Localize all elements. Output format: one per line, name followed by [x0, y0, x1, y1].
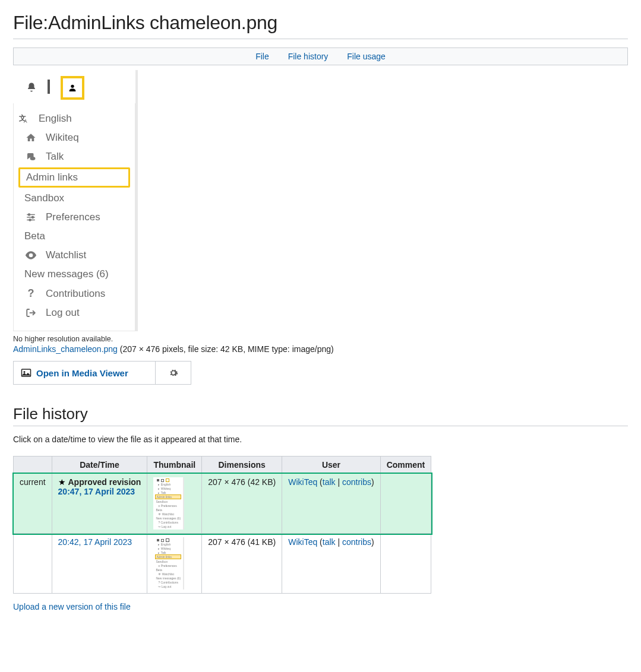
sliders-icon [24, 212, 37, 223]
menu-item-label: Talk [46, 151, 64, 163]
user-contribs-link[interactable]: contribs [342, 537, 371, 547]
comment-cell [380, 474, 431, 534]
home-icon [24, 132, 37, 143]
open-media-viewer-button[interactable]: Open in Media Viewer [14, 362, 155, 384]
datetime-cell: 20:42, 17 April 2023 [52, 534, 147, 594]
svg-text:A: A [24, 118, 27, 124]
user-cell: WikiTeq (talk | contribs) [282, 534, 381, 594]
user-cell: WikiTeq (talk | contribs) [282, 474, 381, 534]
thumbnail-cell[interactable]: ▸ English ▸ Wikiteq ▸ Talk Admin links S… [147, 474, 202, 534]
image-icon [21, 367, 31, 378]
col-comment: Comment [380, 457, 431, 474]
col-dimensions: Dimensions [202, 457, 282, 474]
current-cell: current [14, 474, 52, 534]
language-icon: 文A [17, 113, 30, 125]
user-talk-link[interactable]: talk [323, 537, 336, 547]
menu-item-label: Preferences [46, 211, 100, 223]
toc-usage-link[interactable]: File usage [347, 52, 386, 61]
file-info: AdminLinks_chameleon.png (207 × 476 pixe… [13, 344, 628, 354]
original-file-link[interactable]: AdminLinks_chameleon.png [13, 344, 118, 354]
toc-box: File File history File usage [13, 47, 628, 65]
menu-item-admin-links-highlighted: Admin links [18, 167, 130, 188]
col-datetime: Date/Time [52, 457, 147, 474]
svg-point-3 [30, 157, 36, 160]
thumbnail-image: ▸ English ▸ Wikiteq ▸ Talk Admin links S… [153, 537, 184, 589]
media-viewer-box: Open in Media Viewer [13, 361, 191, 385]
menu-item-label: Contributions [46, 288, 105, 300]
media-viewer-settings-button[interactable] [155, 362, 191, 384]
toc-history-link[interactable]: File history [288, 52, 329, 61]
current-cell [14, 534, 52, 594]
svg-point-0 [71, 85, 74, 88]
col-thumbnail: Thumbnail [147, 457, 202, 474]
file-history-hint: Click on a date/time to view the file as… [13, 435, 628, 444]
gear-icon [169, 368, 178, 378]
menu-item-label: Beta [24, 230, 45, 242]
upload-new-version-link[interactable]: Upload a new version of this file [13, 602, 131, 611]
menu-item-label: New messages (6) [24, 268, 109, 280]
user-link[interactable]: WikiTeq [288, 477, 317, 487]
comment-cell [380, 534, 431, 594]
col-blank [14, 457, 52, 474]
svg-point-8 [32, 217, 34, 218]
thumbnail-image: ▸ English ▸ Wikiteq ▸ Talk Admin links S… [153, 477, 184, 530]
thumbnail-cell[interactable]: ▸ English ▸ Wikiteq ▸ Talk Admin links S… [147, 534, 202, 594]
file-history-heading: File history [13, 405, 628, 423]
table-row: 20:42, 17 April 2023 ▸ English ▸ Wikiteq… [14, 534, 431, 594]
svg-point-10 [30, 254, 31, 256]
user-menu-panel: 文A English Wikiteq Talk Admin links Sand… [13, 103, 135, 331]
revision-datetime-link[interactable]: 20:47, 17 April 2023 [58, 487, 135, 496]
question-icon: ? [24, 287, 37, 300]
menu-item-label: Log out [46, 307, 80, 319]
user-contribs-link[interactable]: contribs [342, 477, 371, 487]
datetime-cell: ★ Approved revision 20:47, 17 April 2023 [52, 474, 147, 534]
title-divider [13, 39, 628, 39]
file-history-table: Date/Time Thumbnail Dimensions User Comm… [13, 456, 431, 594]
user-talk-link[interactable]: talk [323, 477, 336, 487]
svg-point-9 [29, 219, 31, 221]
menu-item-label: Wikiteq [46, 132, 79, 144]
table-row: current ★ Approved revision 20:47, 17 Ap… [14, 474, 431, 534]
section-divider [13, 426, 628, 426]
no-higher-resolution-text: No higher resolution available. [13, 335, 628, 343]
file-preview[interactable]: 文A English Wikiteq Talk Admin links Sand… [13, 70, 138, 331]
star-icon: ★ [58, 477, 68, 487]
inbox-icon [48, 83, 50, 93]
bell-icon [26, 82, 37, 94]
svg-point-13 [24, 371, 26, 373]
eye-icon [24, 251, 37, 259]
toc-file-link[interactable]: File [255, 52, 269, 61]
menu-lang-label: English [39, 113, 72, 125]
svg-point-7 [29, 214, 30, 215]
user-icon [61, 76, 84, 100]
dimensions-cell: 207 × 476 (41 KB) [202, 534, 282, 594]
user-link[interactable]: WikiTeq [288, 537, 317, 547]
menu-item-label: Watchlist [46, 249, 86, 261]
page-title: File:AdminLinks chameleon.png [13, 12, 628, 34]
revision-datetime-link[interactable]: 20:42, 17 April 2023 [58, 537, 132, 547]
chat-icon [24, 151, 37, 162]
dimensions-cell: 207 × 476 (42 KB) [202, 474, 282, 534]
signout-icon [24, 308, 37, 318]
col-user: User [282, 457, 381, 474]
menu-item-label: Sandbox [24, 192, 64, 204]
